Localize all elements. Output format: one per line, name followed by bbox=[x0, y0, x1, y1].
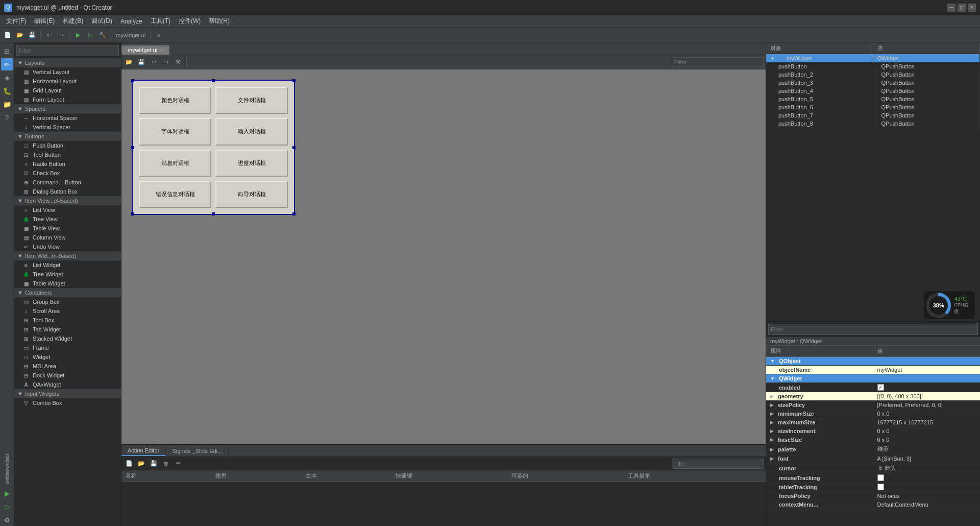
prop-row[interactable]: cursor 🖱 箭头 bbox=[766, 463, 980, 473]
widget-list-view[interactable]: ≡ List View bbox=[14, 205, 121, 214]
widget-list-widget[interactable]: ≡ List Widget bbox=[14, 260, 121, 270]
prop-row[interactable]: objectName myWidget bbox=[766, 366, 980, 374]
prop-row[interactable]: ▶ sizePolicy [Preferred, Preferred, 0, 0… bbox=[766, 401, 980, 410]
category-input-widgets[interactable]: Input Widgets bbox=[14, 389, 121, 398]
action-open-button[interactable]: 📂 bbox=[136, 458, 147, 469]
prop-value-cell[interactable] bbox=[873, 473, 981, 482]
menu-analyze[interactable]: Analyze bbox=[116, 17, 146, 26]
expand-arrow[interactable]: ▼ bbox=[770, 56, 775, 61]
widget-tree-widget[interactable]: 🌲 Tree Widget bbox=[14, 270, 121, 279]
widget-scroll-area[interactable]: ↕ Scroll Area bbox=[14, 306, 121, 316]
handle-top-right[interactable] bbox=[292, 79, 296, 82]
widget-column-view[interactable]: ▤ Column View bbox=[14, 233, 121, 242]
widget-dock-widget[interactable]: ⊟ Dock Widget bbox=[14, 371, 121, 380]
widget-qax-widget[interactable]: A QAxWidget bbox=[14, 380, 121, 389]
redo-button[interactable]: ↪ bbox=[56, 30, 67, 41]
prop-row[interactable]: ▶ font A [SimSun, 9] bbox=[766, 455, 980, 463]
prop-value-cell[interactable]: [(0, 0), 400 x 300] bbox=[873, 392, 981, 400]
handle-mid-left[interactable] bbox=[131, 146, 134, 149]
oi-row[interactable]: pushButton_2 QPushButton bbox=[766, 70, 980, 79]
category-layouts[interactable]: Layouts bbox=[14, 58, 121, 67]
menu-widgets[interactable]: 控件(W) bbox=[175, 16, 205, 27]
canvas-filter-input[interactable] bbox=[672, 57, 764, 67]
canvas-tool-button[interactable]: ⚒ bbox=[173, 57, 184, 68]
prop-value-cell[interactable]: 0 x 0 bbox=[873, 436, 981, 444]
btn-input-dialog[interactable]: 输入对话框 bbox=[215, 118, 288, 145]
widget-tab-widget[interactable]: ⊟ Tab Widget bbox=[14, 325, 121, 334]
project-icon[interactable]: 📁 bbox=[1, 98, 13, 110]
close-file-button[interactable]: × bbox=[153, 30, 164, 41]
build-button[interactable]: 🔨 bbox=[97, 30, 108, 41]
menu-tools[interactable]: 工具(T) bbox=[146, 16, 175, 27]
prop-expand-icon[interactable]: ▶ bbox=[770, 447, 774, 452]
canvas-redo-button[interactable]: ↪ bbox=[160, 57, 172, 68]
prop-expand-icon[interactable]: ▶ bbox=[770, 437, 774, 442]
menu-help[interactable]: 帮助(H) bbox=[205, 16, 234, 27]
debug-icon[interactable]: 🐛 bbox=[1, 85, 13, 97]
debug-bottom-icon[interactable]: ▷ bbox=[1, 500, 13, 513]
checkbox-icon[interactable] bbox=[877, 484, 884, 490]
widget-stacked-widget[interactable]: ⊞ Stacked Widget bbox=[14, 334, 121, 343]
settings-icon[interactable]: ⚙ bbox=[1, 514, 13, 526]
btn-font-dialog[interactable]: 字体对话框 bbox=[139, 118, 211, 145]
widget-check-box[interactable]: ☑ Check Box bbox=[14, 169, 121, 178]
btn-message-dialog[interactable]: 消息对话框 bbox=[139, 150, 211, 177]
prop-expand-icon[interactable]: ▶ bbox=[770, 420, 774, 425]
widget-command-button[interactable]: ⊕ Command... Button bbox=[14, 178, 121, 187]
prop-expand-icon[interactable]: ▶ bbox=[770, 394, 774, 399]
welcome-icon[interactable]: ⊞ bbox=[1, 45, 13, 57]
menu-debug[interactable]: 调试(D) bbox=[87, 16, 116, 27]
edit-icon[interactable]: ✏ bbox=[1, 58, 13, 70]
prop-filter-input[interactable] bbox=[768, 324, 978, 335]
run-button[interactable]: ▶ bbox=[72, 30, 84, 41]
minimize-button[interactable]: ─ bbox=[947, 4, 955, 12]
widget-undo-view[interactable]: ↩ Undo View bbox=[14, 242, 121, 251]
prop-value-cell[interactable]: A [SimSun, 9] bbox=[873, 455, 981, 463]
prop-value-cell[interactable]: 🖱 箭头 bbox=[873, 463, 981, 473]
category-item-widget[interactable]: Item Wid...m-Based) bbox=[14, 251, 121, 260]
widget-widget[interactable]: □ Widget bbox=[14, 352, 121, 362]
menu-file[interactable]: 文件(F) bbox=[2, 16, 30, 27]
canvas-tab-close[interactable]: × bbox=[160, 47, 163, 53]
handle-bottom-left[interactable] bbox=[131, 212, 134, 216]
checkbox-icon[interactable]: ✓ bbox=[877, 384, 884, 391]
widget-push-button[interactable]: □ Push Button bbox=[14, 141, 121, 150]
action-save-button[interactable]: 💾 bbox=[148, 458, 159, 469]
prop-section-header[interactable]: ▼ QWidget bbox=[766, 374, 980, 383]
widget-form-layout[interactable]: ▧ Form Layout bbox=[14, 95, 121, 104]
debug-run-button[interactable]: ▷ bbox=[85, 30, 96, 41]
canvas-save-button[interactable]: 💾 bbox=[136, 57, 147, 68]
widget-tree-view[interactable]: 🌲 Tree View bbox=[14, 214, 121, 224]
undo-button[interactable]: ↩ bbox=[43, 30, 55, 41]
widget-horizontal-spacer[interactable]: ↔ Horizontal Spacer bbox=[14, 113, 121, 123]
widget-radio-button[interactable]: ○ Radio Button bbox=[14, 159, 121, 169]
prop-section-header[interactable]: ▼ QObject bbox=[766, 357, 980, 366]
prop-value-cell[interactable]: 16777215 x 16777215 bbox=[873, 418, 981, 426]
btn-wizard-dialog[interactable]: 向导对话框 bbox=[215, 181, 288, 208]
widget-grid-layout[interactable]: ▦ Grid Layout bbox=[14, 86, 121, 95]
action-delete-button[interactable]: 🗑 bbox=[160, 458, 172, 469]
tab-signals-slots[interactable]: Signals _Slots Edi... bbox=[166, 446, 229, 456]
btn-progress-dialog[interactable]: 进度对话框 bbox=[215, 150, 288, 177]
menu-build[interactable]: 构建(B) bbox=[59, 16, 87, 27]
untitled-project-label[interactable]: untitled-project bbox=[4, 452, 11, 486]
widget-combo-box[interactable]: ▽ Combo Box bbox=[14, 398, 121, 408]
action-filter-input[interactable] bbox=[672, 459, 764, 469]
tab-action-editor[interactable]: Action Editor bbox=[121, 446, 166, 456]
canvas-tab-mywidget[interactable]: mywidget.ui × bbox=[121, 45, 170, 55]
prop-expand-icon[interactable]: ▶ bbox=[770, 402, 774, 408]
oi-row[interactable]: pushButton QPushButton bbox=[766, 62, 980, 70]
prop-expand-icon[interactable]: ▶ bbox=[770, 456, 774, 461]
close-button[interactable]: × bbox=[968, 4, 976, 12]
widget-vertical-layout[interactable]: ▤ Vertical Layout bbox=[14, 67, 121, 77]
handle-bottom-mid[interactable] bbox=[212, 212, 215, 216]
prop-row[interactable]: ▶ sizeIncrement 0 x 0 bbox=[766, 427, 980, 436]
prop-row[interactable]: enabled ✓ bbox=[766, 383, 980, 392]
prop-row[interactable]: mouseTracking bbox=[766, 473, 980, 483]
handle-bottom-right[interactable] bbox=[292, 212, 296, 216]
prop-value-cell[interactable]: myWidget bbox=[873, 366, 981, 374]
widget-tool-box[interactable]: ⊟ Tool Box bbox=[14, 316, 121, 325]
prop-value-cell[interactable]: DefaultContextMenu bbox=[873, 500, 981, 509]
widget-canvas[interactable]: 颜色对话框 文件对话框 字体对话框 输入对话框 消息对话框 进度对话框 错误信息… bbox=[132, 80, 295, 215]
prop-row[interactable]: ▶ geometry [(0, 0), 400 x 300] bbox=[766, 392, 980, 401]
